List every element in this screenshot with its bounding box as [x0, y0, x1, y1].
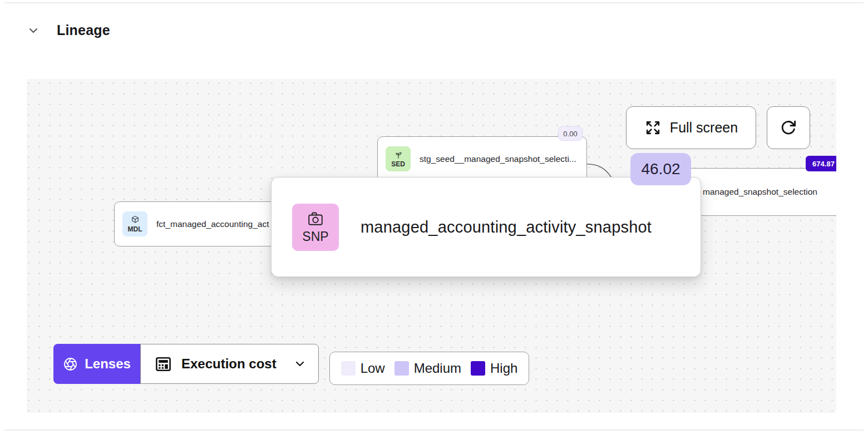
legend-item-medium: Medium [394, 361, 461, 376]
seed-type-badge: SED [386, 146, 411, 171]
expand-icon [644, 119, 662, 136]
snapshot-type-badge: SNP [292, 204, 339, 251]
cost-legend: Low Medium High [329, 352, 529, 385]
cost-badge-high: 674.87 [806, 156, 836, 171]
high-swatch [471, 361, 485, 376]
cube-icon [130, 215, 140, 225]
chevron-down-icon [294, 358, 306, 370]
focused-node-title: managed_accounting_activity_snapshot [361, 218, 652, 236]
lenses-bar: Lenses Execution cost [53, 344, 319, 384]
legend-label: Low [361, 361, 385, 376]
legend-label: Medium [414, 361, 461, 376]
node-label: managed_snapshot_selection [703, 187, 817, 197]
camera-icon [307, 210, 324, 227]
focused-node-card[interactable]: SNP managed_accounting_activity_snapshot [271, 177, 701, 277]
full-screen-label: Full screen [670, 120, 738, 136]
cost-table-icon [154, 355, 172, 373]
cost-badge-low: 0.00 [558, 126, 583, 141]
model-type-badge: MDL [122, 211, 147, 236]
medium-swatch [394, 361, 409, 376]
lineage-section-header: Lineage [27, 22, 110, 38]
lineage-page: Lineage SED stg_seed__managed_snapshot_s… [0, 0, 868, 444]
node-label: fct_managed_accounting_act [156, 219, 269, 229]
aperture-icon [63, 357, 78, 372]
cost-badge-medium: 46.02 [630, 153, 691, 185]
lens-selector[interactable]: Execution cost [140, 344, 319, 384]
bottom-divider [4, 430, 864, 431]
page-title: Lineage [57, 22, 110, 38]
lenses-button[interactable]: Lenses [53, 344, 140, 384]
legend-item-low: Low [341, 361, 385, 376]
lineage-canvas[interactable]: SED stg_seed__managed_snapshot_selecti..… [27, 79, 836, 413]
refresh-button[interactable] [767, 106, 810, 149]
top-divider [4, 2, 864, 3]
refresh-icon [779, 119, 798, 137]
seed-type-label: SED [391, 160, 405, 168]
legend-item-high: High [471, 361, 517, 376]
full-screen-button[interactable]: Full screen [626, 106, 756, 149]
legend-label: High [490, 361, 517, 376]
low-swatch [341, 361, 356, 376]
selected-lens-label: Execution cost [181, 356, 285, 372]
snapshot-type-label: SNP [302, 229, 328, 244]
node-stg-seed[interactable]: SED stg_seed__managed_snapshot_selecti..… [377, 136, 587, 181]
model-type-label: MDL [128, 225, 142, 233]
node-label: stg_seed__managed_snapshot_selecti... [420, 154, 576, 164]
lenses-label: Lenses [85, 356, 131, 372]
seedling-icon [393, 150, 403, 160]
collapse-chevron-icon[interactable] [27, 24, 40, 37]
